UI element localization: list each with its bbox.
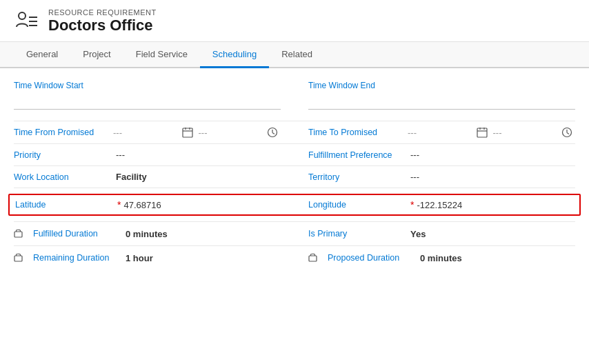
- work-location-value: Facility: [116, 172, 281, 182]
- time-window-end-input[interactable]: [308, 92, 575, 110]
- proposed-duration-lock-icon: [308, 252, 325, 264]
- proposed-duration-value: 0 minutes: [420, 253, 575, 263]
- svg-rect-18: [14, 232, 22, 237]
- tab-project[interactable]: Project: [70, 42, 123, 68]
- longitude-value: -122.15224: [417, 200, 462, 210]
- time-window-start-label: Time Window Start: [14, 81, 281, 90]
- latitude-required-star: *: [117, 199, 121, 210]
- navigation-tabs: General Project Field Service Scheduling…: [0, 42, 589, 68]
- resource-requirement-icon: [14, 9, 39, 34]
- time-window-end-label: Time Window End: [308, 81, 575, 90]
- svg-point-0: [19, 12, 26, 19]
- remaining-duration-value: 1 hour: [126, 253, 281, 263]
- fulfilled-duration-pair: Fulfilled Duration 0 minutes: [14, 228, 281, 240]
- time-to-promised-label: Time To Promised: [308, 128, 405, 137]
- svg-rect-4: [183, 128, 192, 137]
- form-rows: Time From Promised --- --- Time To Promi…: [14, 121, 575, 270]
- longitude-label: Longitude: [308, 200, 405, 210]
- remaining-duration-lock-icon: [14, 252, 30, 264]
- time-promised-row: Time From Promised --- --- Time To Promi…: [14, 121, 575, 143]
- time-from-dash2: ---: [199, 128, 262, 138]
- fulfilled-duration-label: Fulfilled Duration: [33, 229, 123, 239]
- longitude-pair: Longitude * -122.15224: [308, 199, 574, 210]
- fulfilled-duration-value: 0 minutes: [126, 229, 281, 239]
- time-window-section: Time Window Start Time Window End: [14, 81, 575, 112]
- priority-pair: Priority ---: [14, 150, 281, 160]
- time-from-clock-icon[interactable]: [264, 127, 281, 138]
- time-to-dash1: ---: [408, 128, 471, 138]
- territory-label: Territory: [308, 172, 405, 182]
- time-to-clock-icon[interactable]: [559, 127, 575, 138]
- svg-rect-11: [477, 128, 487, 137]
- svg-rect-19: [14, 256, 22, 261]
- time-to-promised-pair: Time To Promised --- ---: [308, 127, 575, 138]
- time-to-dash2: ---: [493, 128, 557, 138]
- latitude-value: 47.68716: [123, 200, 161, 210]
- territory-pair: Territory ---: [308, 172, 575, 182]
- territory-value: ---: [410, 172, 575, 182]
- time-window-start-input[interactable]: [14, 92, 281, 110]
- header-text-block: RESOURCE REQUIREMENT Doctors Office: [48, 8, 157, 34]
- tab-field-service[interactable]: Field Service: [123, 42, 200, 68]
- time-from-dash1: ---: [113, 128, 177, 138]
- fulfillment-pref-label: Fulfillment Preference: [308, 150, 405, 160]
- svg-line-10: [272, 133, 274, 134]
- tab-scheduling[interactable]: Scheduling: [200, 42, 269, 68]
- svg-rect-20: [309, 256, 317, 261]
- longitude-value-wrap: * -122.15224: [410, 199, 574, 210]
- work-location-label: Work Location: [14, 172, 110, 182]
- work-location-row: Work Location Facility Territory ---: [14, 165, 575, 188]
- fulfilled-duration-row: Fulfilled Duration 0 minutes Is Primary …: [14, 221, 575, 245]
- time-from-promised-pair: Time From Promised --- ---: [14, 127, 281, 138]
- page-header: RESOURCE REQUIREMENT Doctors Office: [0, 0, 589, 42]
- fulfillment-pref-pair: Fulfillment Preference ---: [308, 150, 575, 160]
- time-to-calendar-icon[interactable]: [474, 127, 490, 138]
- work-location-pair: Work Location Facility: [14, 172, 281, 182]
- is-primary-pair: Is Primary Yes: [308, 229, 575, 239]
- time-from-promised-label: Time From Promised: [14, 128, 110, 137]
- remaining-duration-label: Remaining Duration: [33, 253, 123, 263]
- latitude-value-wrap: * 47.68716: [117, 199, 281, 210]
- time-window-end-field: Time Window End: [308, 81, 575, 110]
- lat-lng-highlighted-row: Latitude * 47.68716 Longitude * -122.152…: [8, 194, 581, 216]
- priority-value: ---: [116, 150, 281, 160]
- tab-general[interactable]: General: [14, 42, 70, 68]
- longitude-required-star: *: [410, 199, 414, 210]
- remaining-duration-row: Remaining Duration 1 hour Proposed Durat…: [14, 245, 575, 270]
- header-subtitle: RESOURCE REQUIREMENT: [48, 8, 157, 17]
- fulfillment-pref-value: ---: [410, 150, 575, 160]
- priority-label: Priority: [14, 150, 110, 160]
- priority-row: Priority --- Fulfillment Preference ---: [14, 143, 575, 165]
- is-primary-value: Yes: [410, 229, 575, 239]
- fulfilled-duration-lock-icon: [14, 228, 30, 240]
- remaining-duration-pair: Remaining Duration 1 hour: [14, 252, 281, 264]
- latitude-label: Latitude: [15, 200, 112, 210]
- is-primary-label: Is Primary: [308, 229, 405, 239]
- main-content: Time Window Start Time Window End Time F…: [0, 68, 589, 282]
- time-from-calendar-icon[interactable]: [179, 127, 196, 138]
- lat-lng-row-wrapper: Latitude * 47.68716 Longitude * -122.152…: [14, 188, 575, 221]
- tab-related[interactable]: Related: [269, 42, 325, 68]
- proposed-duration-label: Proposed Duration: [328, 253, 417, 263]
- latitude-pair: Latitude * 47.68716: [15, 199, 281, 210]
- header-title: Doctors Office: [48, 17, 157, 34]
- svg-line-17: [567, 133, 569, 134]
- proposed-duration-pair: Proposed Duration 0 minutes: [308, 252, 575, 264]
- time-window-start-field: Time Window Start: [14, 81, 281, 110]
